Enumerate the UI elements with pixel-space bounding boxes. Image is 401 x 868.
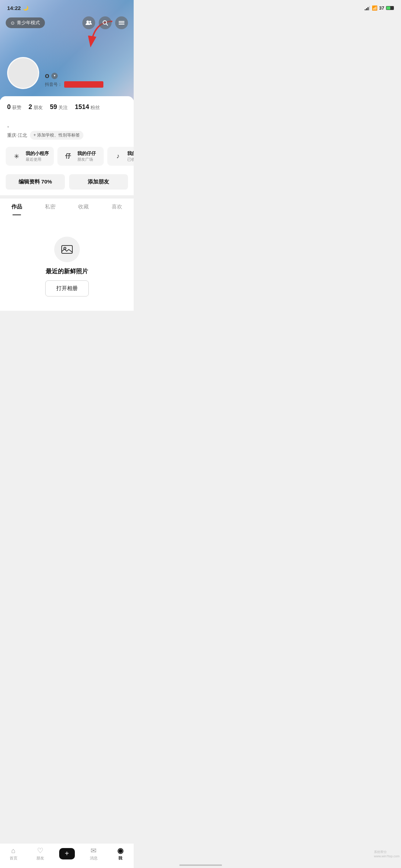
- following-label: 关注: [58, 104, 68, 111]
- avatar[interactable]: [7, 57, 39, 89]
- followers-label: 粉丝: [91, 104, 100, 111]
- youth-mode-label: 青少年模式: [17, 20, 40, 26]
- open-album-button[interactable]: 打开相册: [45, 280, 89, 296]
- search-icon: [102, 20, 108, 26]
- tab-likes-label: 喜欢: [112, 203, 122, 210]
- empty-state: 最近的新鲜照片 打开相册: [0, 215, 134, 311]
- mini-program-title: 我的小程序: [26, 150, 49, 157]
- empty-title: 最近的新鲜照片: [46, 267, 88, 275]
- svg-point-0: [87, 21, 89, 23]
- add-friend-button[interactable]: 添加朋友: [69, 174, 128, 190]
- stat-following[interactable]: 59 关注: [50, 103, 68, 111]
- music-text: 我的 已收: [127, 150, 134, 162]
- quick-access-section: ✳ 我的小程序 最近使用 仔 我的仔仔 朋友广场 ♪ 我的 已收: [0, 143, 134, 170]
- profile-info: o ▼ 抖音号：: [7, 57, 127, 89]
- youth-mode-icon: ⊙: [11, 20, 15, 26]
- profile-text: o ▼ 抖音号：: [45, 72, 127, 89]
- quick-card-mini-program[interactable]: ✳ 我的小程序 最近使用: [6, 147, 54, 166]
- username-row: o ▼: [45, 72, 127, 80]
- action-buttons: 编辑资料 70% 添加朋友: [0, 170, 134, 195]
- status-time: 14:22: [7, 5, 21, 11]
- stat-followers[interactable]: 1514 粉丝: [75, 103, 100, 111]
- zaizai-text: 我的仔仔 朋友广场: [77, 150, 96, 162]
- douyin-id-value: [64, 81, 103, 88]
- tab-favorites[interactable]: 收藏: [67, 198, 101, 215]
- likes-label: 获赞: [12, 104, 21, 111]
- likes-count: 0: [7, 103, 11, 111]
- quick-card-zaizai[interactable]: 仔 我的仔仔 朋友广场: [57, 147, 104, 166]
- username-dropdown[interactable]: ▼: [51, 73, 58, 79]
- zaizai-title: 我的仔仔: [77, 150, 96, 157]
- followers-count: 1514: [75, 103, 89, 111]
- search-button[interactable]: [99, 16, 112, 29]
- mini-program-text: 我的小程序 最近使用: [26, 150, 49, 162]
- username-initial: o: [45, 72, 49, 80]
- tab-private-label: 私密: [45, 203, 56, 210]
- friends-icon: [86, 20, 92, 25]
- add-tag-label: + 添加学校、性别等标签: [34, 132, 80, 138]
- location-tags: 重庆·江北 + 添加学校、性别等标签: [7, 131, 127, 140]
- moon-icon: 🌙: [23, 5, 29, 11]
- svg-line-3: [106, 24, 108, 25]
- music-icon: ♪: [112, 151, 124, 162]
- menu-icon: [119, 21, 124, 25]
- edit-profile-button[interactable]: 编辑资料 70%: [6, 174, 65, 190]
- stats-row: 0 获赞 2 朋友 59 关注 1514 粉丝: [7, 103, 127, 111]
- svg-rect-8: [62, 246, 72, 253]
- location-text: 重庆·江北: [7, 132, 27, 139]
- stat-likes[interactable]: 0 获赞: [7, 103, 21, 111]
- profile-banner: ⊙ 青少年模式: [0, 0, 134, 100]
- status-bar: 14:22 🌙 📶 37: [0, 0, 134, 13]
- youth-mode-button[interactable]: ⊙ 青少年模式: [6, 17, 45, 28]
- tab-works[interactable]: 作品: [0, 198, 34, 215]
- douyin-id-row: 抖音号：: [45, 81, 127, 88]
- tab-favorites-label: 收藏: [78, 203, 89, 210]
- douyin-id-label: 抖音号：: [45, 82, 62, 88]
- music-title: 我的: [127, 150, 134, 157]
- bio-text: 。: [7, 122, 127, 129]
- add-tag-button[interactable]: + 添加学校、性别等标签: [30, 131, 83, 140]
- friends-button[interactable]: [82, 16, 95, 29]
- svg-point-1: [89, 21, 91, 23]
- content-tabs: 作品 私密 收藏 喜欢: [0, 198, 134, 215]
- tab-private[interactable]: 私密: [34, 198, 67, 215]
- music-subtitle: 已收: [127, 157, 134, 162]
- zaizai-icon: 仔: [62, 151, 74, 162]
- stat-friends[interactable]: 2 朋友: [29, 103, 43, 111]
- following-count: 59: [50, 103, 57, 111]
- empty-icon: [54, 237, 80, 262]
- nav-icons: [82, 16, 128, 29]
- friends-count: 2: [29, 103, 32, 111]
- stats-section: 0 获赞 2 朋友 59 关注 1514 粉丝: [0, 96, 134, 122]
- quick-card-music[interactable]: ♪ 我的 已收: [107, 147, 134, 166]
- mini-program-subtitle: 最近使用: [26, 157, 49, 162]
- top-nav: ⊙ 青少年模式: [0, 16, 134, 29]
- tab-works-label: 作品: [11, 203, 22, 210]
- mini-program-icon: ✳: [11, 151, 22, 162]
- friends-label: 朋友: [34, 104, 43, 111]
- menu-button[interactable]: [115, 16, 128, 29]
- bio-section: 。 重庆·江北 + 添加学校、性别等标签: [0, 122, 134, 143]
- zaizai-subtitle: 朋友广场: [77, 157, 96, 162]
- tab-likes[interactable]: 喜欢: [100, 198, 134, 215]
- photo-icon: [61, 244, 73, 254]
